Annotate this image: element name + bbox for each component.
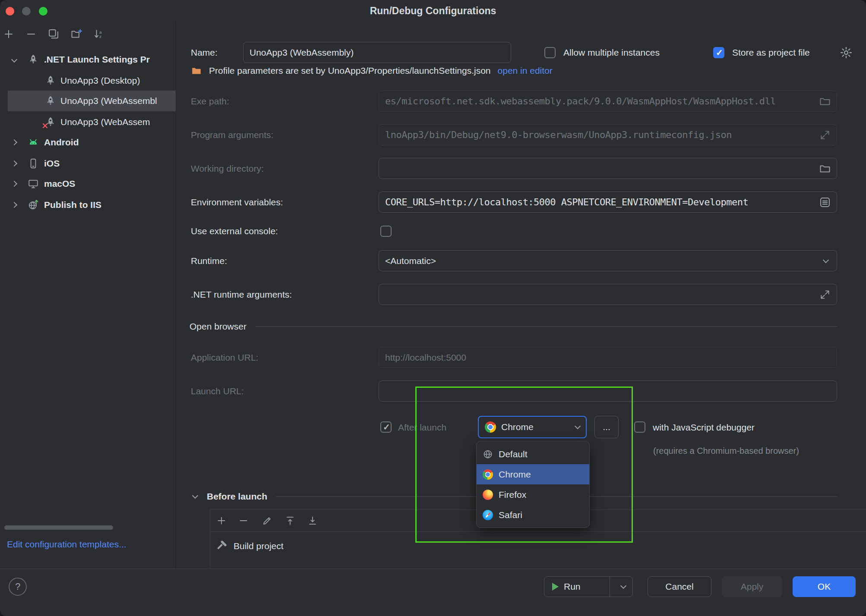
profile-notice-text: Profile parameters are set by UnoApp3/Pr… (209, 66, 491, 76)
environment-variables-input[interactable]: CORE_URLS=http://localhost:5000 ASPNETCO… (379, 192, 837, 213)
move-down-icon (307, 515, 318, 526)
minimize-window-icon[interactable] (22, 7, 31, 16)
new-folder-button[interactable] (69, 27, 84, 41)
ok-button[interactable]: OK (793, 576, 856, 597)
environment-variables-label: Environment variables: (191, 192, 283, 213)
runtime-arguments-input[interactable] (379, 284, 837, 305)
exe-path-input[interactable]: es/microsoft.net.sdk.webassembly.pack/9.… (379, 91, 837, 112)
expand-icon[interactable] (819, 288, 831, 301)
horizontal-scrollbar-thumb[interactable] (4, 525, 113, 530)
help-icon: ? (15, 581, 20, 592)
program-arguments-input[interactable]: lnoApp3/bin/Debug/net9.0-browserwasm/Uno… (379, 124, 837, 145)
move-task-down-button[interactable] (306, 514, 319, 527)
move-task-up-button[interactable] (284, 514, 297, 527)
application-url-label: Application URL: (191, 347, 258, 368)
open-in-editor-link[interactable]: open in editor (498, 66, 553, 76)
run-debug-configurations-dialog: Run/Debug Configurations az .NET Launch … (0, 0, 866, 616)
js-debugger-checkbox[interactable] (634, 421, 645, 433)
open-browser-section-header: Open browser (190, 316, 837, 337)
gear-icon (839, 46, 853, 60)
zoom-window-icon[interactable] (39, 7, 47, 16)
tree-item-ios[interactable]: iOS (0, 153, 176, 174)
apply-button[interactable]: Apply (722, 576, 782, 597)
dialog-footer: ? Run Cancel Apply OK (0, 569, 866, 616)
notice-icon (191, 66, 202, 76)
store-as-project-file-checkbox[interactable] (713, 47, 724, 58)
profile-notice-row: Profile parameters are set by UnoApp3/Pr… (191, 66, 837, 81)
add-task-button[interactable] (215, 514, 228, 527)
tree-item-unoapp3-desktop[interactable]: UnoApp3 (Desktop) (0, 70, 176, 91)
before-launch-task-build-project[interactable]: Build project (210, 536, 866, 556)
store-as-project-file-label: Store as project file (732, 42, 810, 63)
tree-item-unoapp3-webassembly-error[interactable]: UnoApp3 (WebAssem (0, 112, 176, 132)
store-settings-gear-button[interactable] (839, 46, 853, 60)
sort-configurations-button[interactable]: az (92, 27, 107, 41)
browser-dropdown-popup: Default Chrome Firefox Safari (476, 441, 590, 528)
minus-icon (238, 515, 249, 526)
chevron-down-icon[interactable] (11, 57, 17, 63)
dropdown-item-safari[interactable]: Safari (477, 505, 589, 525)
chevron-down-icon[interactable] (823, 257, 829, 263)
dropdown-item-default[interactable]: Default (477, 444, 589, 464)
browser-more-button[interactable]: ... (594, 416, 619, 438)
allow-multiple-instances-checkbox[interactable] (544, 47, 556, 58)
chevron-right-icon[interactable] (11, 139, 17, 145)
before-launch-title: Before launch (207, 491, 267, 502)
add-configuration-button[interactable] (1, 27, 16, 41)
application-url-input[interactable]: http://localhost:5000 (379, 347, 837, 368)
tree-item-unoapp3-webassembly-selected[interactable]: UnoApp3 (WebAssembl (0, 91, 176, 111)
dropdown-item-firefox[interactable]: Firefox (477, 484, 589, 505)
run-button-divider (610, 577, 610, 597)
titlebar: Run/Debug Configurations (0, 0, 866, 22)
edit-configuration-templates-link[interactable]: Edit configuration templates... (7, 539, 126, 550)
expand-icon[interactable] (819, 129, 831, 141)
tree-item-android[interactable]: Android (0, 132, 176, 153)
program-arguments-label: Program arguments: (191, 124, 273, 145)
sort-az-icon: az (93, 28, 105, 40)
section-divider (255, 326, 837, 327)
tree-item-publish-to-iis[interactable]: Publish to IIS (0, 195, 176, 215)
folder-icon[interactable] (819, 162, 831, 175)
working-directory-input[interactable] (379, 158, 837, 179)
dropdown-item-chrome[interactable]: Chrome (477, 464, 589, 484)
chevron-down-icon[interactable] (192, 493, 198, 499)
chevron-right-icon[interactable] (11, 181, 17, 187)
chrome-icon (485, 421, 496, 433)
chevron-right-icon[interactable] (11, 202, 17, 208)
runtime-select[interactable]: <Automatic> (379, 250, 837, 271)
edit-task-button[interactable] (261, 514, 274, 527)
after-launch-checkbox[interactable] (380, 421, 392, 433)
help-button[interactable]: ? (9, 578, 27, 596)
name-input[interactable]: UnoApp3 (WebAssembly) (243, 42, 511, 63)
minus-icon (25, 28, 37, 40)
after-launch-label: After launch (398, 417, 446, 438)
window-title: Run/Debug Configurations (370, 5, 496, 17)
phone-icon (28, 158, 39, 169)
env-list-icon[interactable] (819, 196, 831, 209)
cancel-button[interactable]: Cancel (648, 576, 711, 597)
firefox-icon (483, 490, 493, 500)
tree-item-macos[interactable]: macOS (0, 173, 176, 194)
folder-icon[interactable] (819, 95, 831, 108)
browser-select[interactable]: Chrome (478, 416, 587, 438)
run-button[interactable]: Run (544, 576, 633, 597)
js-debugger-label: with JavaScript debugger (653, 417, 755, 438)
exe-path-label: Exe path: (191, 91, 229, 112)
remove-task-button[interactable] (237, 514, 250, 527)
rocket-icon (45, 95, 56, 107)
chevron-down-icon[interactable] (620, 583, 626, 589)
use-external-console-checkbox[interactable] (380, 226, 392, 237)
pencil-icon (262, 515, 273, 526)
svg-text:a: a (99, 30, 102, 35)
sidebar-divider (176, 22, 176, 569)
tree-item-net-launch-settings[interactable]: .NET Launch Settings Pr (0, 49, 176, 70)
launch-url-input[interactable] (379, 380, 837, 402)
name-label: Name: (191, 42, 218, 63)
close-window-icon[interactable] (6, 7, 14, 16)
new-folder-icon (70, 28, 82, 40)
copy-configuration-button[interactable] (46, 27, 61, 41)
chevron-right-icon[interactable] (11, 160, 17, 167)
remove-configuration-button[interactable] (24, 27, 38, 41)
run-play-icon (552, 583, 559, 591)
chevron-down-icon[interactable] (575, 423, 581, 429)
